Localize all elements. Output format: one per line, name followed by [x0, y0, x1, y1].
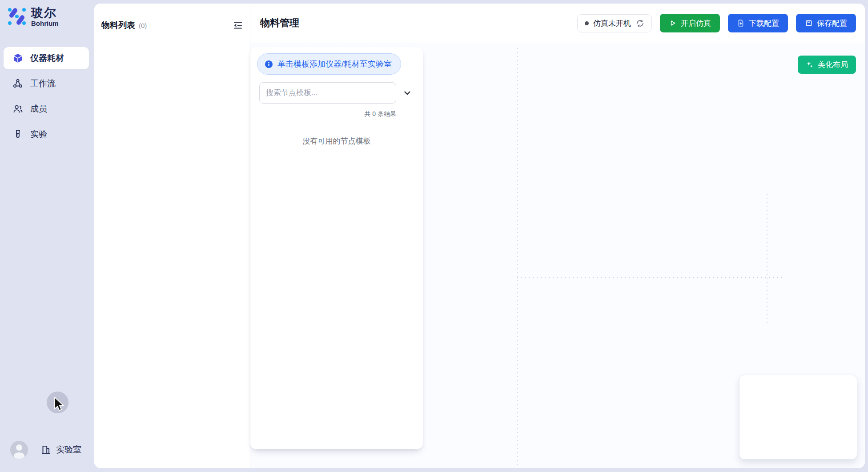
main-header: 物料管理 仿真未开机 — [250, 4, 865, 43]
collapse-panel-icon[interactable] — [232, 20, 244, 31]
cube-icon — [12, 53, 23, 64]
file-download-icon — [737, 19, 745, 27]
chevron-down-icon[interactable] — [402, 87, 413, 99]
experiment-icon — [12, 129, 23, 140]
sidebar-nav: 仪器耗材 工作流 成员 — [4, 47, 89, 145]
canvas-guide-line — [517, 277, 784, 278]
save-config-label: 保存配置 — [817, 18, 847, 28]
material-list-panel: 物料列表 (0) — [94, 4, 250, 468]
search-input[interactable] — [259, 82, 396, 104]
sidebar-item-members[interactable]: 成员 — [4, 98, 89, 120]
members-icon — [12, 104, 23, 114]
refresh-icon[interactable] — [635, 19, 644, 28]
start-simulation-button[interactable]: 开启仿真 — [660, 14, 720, 32]
brand-name-zh: 玻尔 — [31, 6, 59, 20]
minimap[interactable] — [739, 375, 857, 460]
beautify-layout-label: 美化布局 — [818, 60, 848, 70]
material-list-count: (0) — [139, 22, 147, 29]
simulation-status-pill: 仿真未开机 — [577, 14, 652, 32]
download-config-label: 下载配置 — [749, 18, 779, 28]
main-region: 物料管理 仿真未开机 — [250, 4, 865, 468]
simulation-status-text: 仿真未开机 — [593, 18, 631, 28]
sidebar-item-label: 实验 — [30, 128, 47, 140]
bohrium-logo-icon — [6, 6, 28, 27]
start-simulation-label: 开启仿真 — [681, 18, 711, 28]
template-hint-text: 单击模板添加仪器/耗材至实验室 — [277, 59, 392, 69]
mouse-cursor — [54, 397, 66, 413]
workflow-icon — [12, 78, 23, 89]
lab-building-icon — [40, 444, 52, 456]
page-title: 物料管理 — [260, 16, 299, 30]
info-icon — [265, 60, 273, 68]
flow-canvas[interactable]: 单击模板添加仪器/耗材至实验室 共 0 条结果 没有可用的节点模板 — [250, 43, 865, 468]
sidebar-item-label: 成员 — [30, 103, 47, 115]
header-actions: 仿真未开机 开启仿真 — [577, 14, 856, 32]
template-search-row — [259, 82, 414, 104]
lab-entry-label: 实验室 — [56, 444, 81, 456]
sparkles-icon — [806, 61, 814, 69]
save-icon — [805, 19, 813, 27]
canvas-guide-line — [517, 48, 518, 468]
sidebar-item-label: 仪器耗材 — [30, 52, 64, 64]
empty-templates-text: 没有可用的节点模板 — [250, 136, 423, 146]
lab-entry[interactable]: 实验室 — [40, 444, 81, 456]
save-config-button[interactable]: 保存配置 — [796, 14, 856, 32]
sidebar-item-experiment[interactable]: 实验 — [4, 123, 89, 145]
result-count: 共 0 条结果 — [364, 110, 396, 118]
material-list-header: 物料列表 (0) — [94, 4, 250, 31]
brand-name-en: Bohrium — [31, 20, 59, 27]
sidebar-item-workflow[interactable]: 工作流 — [4, 72, 89, 95]
user-avatar[interactable] — [10, 441, 28, 459]
sidebar-item-instruments[interactable]: 仪器耗材 — [4, 47, 89, 69]
beautify-layout-button[interactable]: 美化布局 — [798, 56, 856, 74]
material-list-title: 物料列表 — [101, 20, 135, 31]
brand-logo: 玻尔 Bohrium — [6, 6, 59, 27]
template-hint-banner[interactable]: 单击模板添加仪器/耗材至实验室 — [257, 53, 401, 75]
status-dot-icon — [585, 21, 589, 25]
download-config-button[interactable]: 下载配置 — [728, 14, 788, 32]
sidebar-footer: 实验室 — [0, 441, 94, 472]
sidebar-item-label: 工作流 — [30, 78, 56, 89]
content-card: 物料列表 (0) 物料管理 仿真未开机 — [94, 4, 865, 468]
template-panel: 单击模板添加仪器/耗材至实验室 共 0 条结果 没有可用的节点模板 — [250, 47, 423, 449]
canvas-guide-line — [767, 194, 768, 324]
play-icon — [669, 19, 677, 27]
